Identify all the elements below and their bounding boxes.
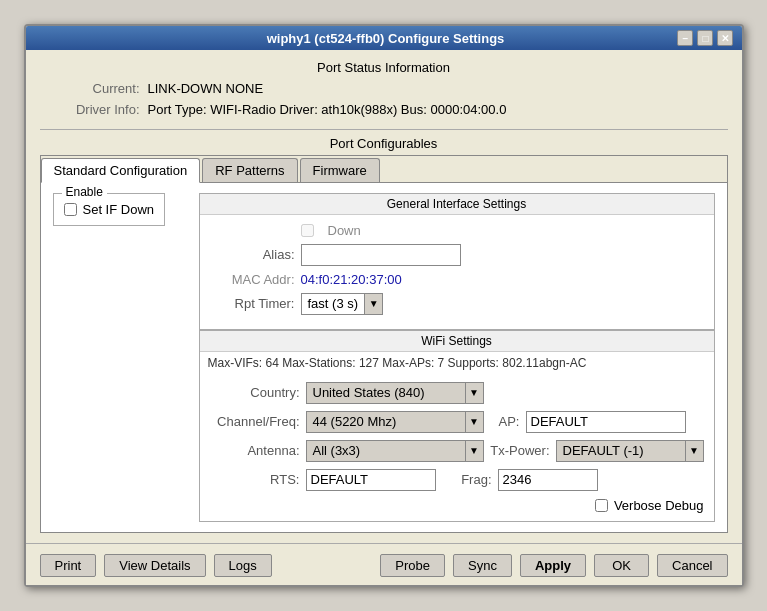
alias-label: Alias: <box>210 247 295 262</box>
right-column: General Interface Settings Down <box>199 193 715 522</box>
tab-standard[interactable]: Standard Configuration <box>41 158 201 183</box>
bottom-left-buttons: Print View Details Logs <box>40 554 272 577</box>
set-if-down-checkbox[interactable] <box>64 203 77 216</box>
country-select-wrapper: United States (840) ▼ <box>306 382 484 404</box>
country-row: Country: United States (840) ▼ <box>210 382 704 404</box>
driver-row: Driver Info: Port Type: WIFI-Radio Drive… <box>60 100 728 121</box>
current-value: LINK-DOWN NONE <box>148 79 264 100</box>
set-if-down-label: Set IF Down <box>83 202 155 217</box>
logs-button[interactable]: Logs <box>214 554 272 577</box>
country-dropdown-arrow[interactable]: ▼ <box>466 382 484 404</box>
txpower-label: Tx-Power: <box>490 443 550 458</box>
rpt-timer-label: Rpt Timer: <box>210 296 295 311</box>
down-checkbox[interactable] <box>301 224 314 237</box>
wifi-section-title: WiFi Settings <box>200 331 714 352</box>
antenna-label: Antenna: <box>210 443 300 458</box>
wifi-section: WiFi Settings Max-VIFs: 64 Max-Stations:… <box>199 330 715 522</box>
country-select[interactable]: United States (840) <box>306 382 466 404</box>
window-body: Port Status Information Current: LINK-DO… <box>26 50 742 543</box>
wifi-info: Max-VIFs: 64 Max-Stations: 127 Max-APs: … <box>200 352 714 374</box>
current-row: Current: LINK-DOWN NONE <box>60 79 728 100</box>
frag-label: Frag: <box>452 472 492 487</box>
bottom-buttons: Print View Details Logs Probe Sync Apply… <box>26 543 742 585</box>
alias-input[interactable] <box>301 244 461 266</box>
ap-input[interactable] <box>526 411 686 433</box>
country-label: Country: <box>210 385 300 400</box>
tab-content: Enable Set IF Down General Interface Set… <box>41 183 727 532</box>
enable-group: Enable Set IF Down <box>53 193 166 226</box>
port-status-info: Current: LINK-DOWN NONE Driver Info: Por… <box>60 79 728 121</box>
ap-label: AP: <box>490 414 520 429</box>
view-details-button[interactable]: View Details <box>104 554 205 577</box>
rpt-timer-dropdown[interactable]: ▼ <box>365 293 383 315</box>
tabs-header: Standard Configuration RF Patterns Firmw… <box>41 156 727 183</box>
tab-rf[interactable]: RF Patterns <box>202 158 297 182</box>
cancel-button[interactable]: Cancel <box>657 554 727 577</box>
title-bar-buttons: − □ ✕ <box>677 30 733 46</box>
maximize-button[interactable]: □ <box>697 30 713 46</box>
ok-button[interactable]: OK <box>594 554 649 577</box>
channel-ap-row: Channel/Freq: 44 (5220 Mhz) ▼ AP: <box>210 411 704 433</box>
txpower-select[interactable]: DEFAULT (-1) <box>556 440 686 462</box>
enable-legend: Enable <box>62 185 107 199</box>
general-settings-box: General Interface Settings Down <box>199 193 715 330</box>
sync-button[interactable]: Sync <box>453 554 512 577</box>
current-label: Current: <box>60 79 140 100</box>
rts-frag-row: RTS: Frag: <box>210 469 704 491</box>
frag-input[interactable] <box>498 469 598 491</box>
tab-spacer <box>382 156 727 182</box>
alias-row: Alias: <box>210 244 704 266</box>
mac-value: 04:f0:21:20:37:00 <box>301 272 402 287</box>
print-button[interactable]: Print <box>40 554 97 577</box>
port-status-title: Port Status Information <box>40 60 728 75</box>
tab-body-layout: Enable Set IF Down General Interface Set… <box>53 193 715 522</box>
down-label: Down <box>328 223 361 238</box>
rpt-timer-row: Rpt Timer: fast (3 s) ▼ <box>210 293 704 315</box>
channel-select-wrapper: 44 (5220 Mhz) ▼ <box>306 411 484 433</box>
tabs-container: Standard Configuration RF Patterns Firmw… <box>40 155 728 533</box>
divider-1 <box>40 129 728 130</box>
verbose-row: Verbose Debug <box>210 498 704 513</box>
title-bar: wiphy1 (ct524-ffb0) Configure Settings −… <box>26 26 742 50</box>
txpower-select-wrapper: DEFAULT (-1) ▼ <box>556 440 704 462</box>
close-button[interactable]: ✕ <box>717 30 733 46</box>
mac-label: MAC Addr: <box>210 272 295 287</box>
antenna-select[interactable]: All (3x3) <box>306 440 466 462</box>
probe-button[interactable]: Probe <box>380 554 445 577</box>
rts-input[interactable] <box>306 469 436 491</box>
antenna-dropdown-arrow[interactable]: ▼ <box>466 440 484 462</box>
rts-label: RTS: <box>210 472 300 487</box>
general-settings-body: Down Alias: MAC Addr: 04: <box>200 215 714 329</box>
driver-value: Port Type: WIFI-Radio Driver: ath10k(988… <box>148 100 507 121</box>
txpower-dropdown-arrow[interactable]: ▼ <box>686 440 704 462</box>
wifi-body: Country: United States (840) ▼ Channel/F… <box>200 374 714 521</box>
main-window: wiphy1 (ct524-ffb0) Configure Settings −… <box>24 24 744 587</box>
verbose-debug-checkbox[interactable] <box>595 499 608 512</box>
window-title: wiphy1 (ct524-ffb0) Configure Settings <box>267 31 505 46</box>
port-configurables-title: Port Configurables <box>40 136 728 151</box>
left-column: Enable Set IF Down <box>53 193 185 522</box>
tab-firmware[interactable]: Firmware <box>300 158 380 182</box>
channel-dropdown-arrow[interactable]: ▼ <box>466 411 484 433</box>
verbose-debug-label: Verbose Debug <box>614 498 704 513</box>
driver-label: Driver Info: <box>60 100 140 121</box>
minimize-button[interactable]: − <box>677 30 693 46</box>
apply-button[interactable]: Apply <box>520 554 586 577</box>
rpt-timer-control: fast (3 s) ▼ <box>301 293 384 315</box>
down-row: Down <box>210 223 704 238</box>
antenna-select-wrapper: All (3x3) ▼ <box>306 440 484 462</box>
antenna-txpower-row: Antenna: All (3x3) ▼ Tx-Power: DEFAULT (… <box>210 440 704 462</box>
channel-select[interactable]: 44 (5220 Mhz) <box>306 411 466 433</box>
mac-row: MAC Addr: 04:f0:21:20:37:00 <box>210 272 704 287</box>
general-settings-title: General Interface Settings <box>200 194 714 215</box>
rpt-timer-value: fast (3 s) <box>301 293 366 315</box>
bottom-right-buttons: Probe Sync Apply OK Cancel <box>380 554 727 577</box>
channel-label: Channel/Freq: <box>210 414 300 429</box>
set-if-down-row: Set IF Down <box>64 202 155 217</box>
